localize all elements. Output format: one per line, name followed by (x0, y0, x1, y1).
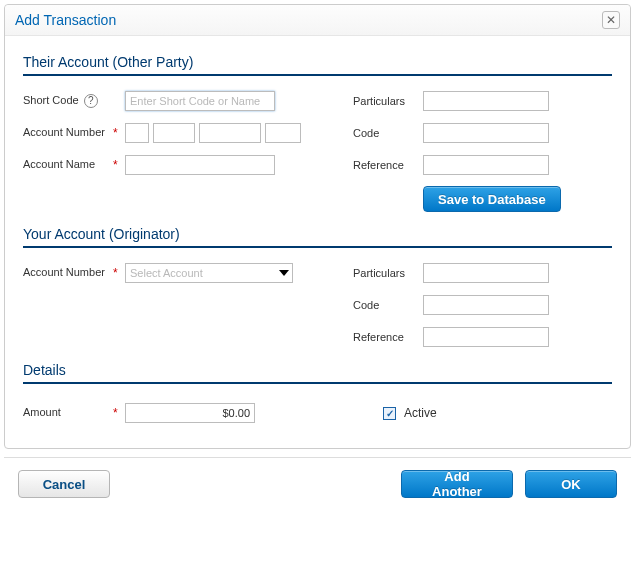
short-code-label: Short Code ? (23, 94, 113, 108)
their-account-seg-3[interactable] (199, 123, 261, 143)
required-marker: * (113, 266, 121, 280)
their-reference-input[interactable] (423, 155, 549, 175)
add-transaction-dialog: Add Transaction ✕ Their Account (Other P… (4, 4, 631, 449)
their-account-seg-1[interactable] (125, 123, 149, 143)
their-account-name-label: Account Name (23, 158, 113, 171)
their-code-input[interactable] (423, 123, 549, 143)
their-particulars-label: Particulars (353, 95, 423, 107)
required-marker: * (113, 126, 121, 140)
amount-label: Amount (23, 406, 113, 419)
chevron-down-icon (279, 270, 289, 276)
their-particulars-input[interactable] (423, 91, 549, 111)
amount-input[interactable] (125, 403, 255, 423)
help-icon[interactable]: ? (84, 94, 98, 108)
their-account-seg-2[interactable] (153, 123, 195, 143)
dialog-body: Their Account (Other Party) Short Code ?… (5, 36, 630, 448)
close-icon[interactable]: ✕ (602, 11, 620, 29)
section-their-account: Their Account (Other Party) (23, 54, 612, 76)
their-account-number-group (125, 123, 301, 143)
your-code-label: Code (353, 299, 423, 311)
cancel-button[interactable]: Cancel (18, 470, 110, 498)
your-reference-input[interactable] (423, 327, 549, 347)
short-code-input[interactable] (125, 91, 275, 111)
their-account-name-input[interactable] (125, 155, 275, 175)
your-reference-label: Reference (353, 331, 423, 343)
add-another-button[interactable]: Add Another (401, 470, 513, 498)
save-to-database-button[interactable]: Save to Database (423, 186, 561, 212)
required-marker: * (113, 406, 121, 420)
ok-button[interactable]: OK (525, 470, 617, 498)
their-account-number-label: Account Number (23, 126, 113, 139)
section-details: Details (23, 362, 612, 384)
their-account-seg-4[interactable] (265, 123, 301, 143)
active-checkbox[interactable]: ✓ (383, 407, 396, 420)
your-particulars-input[interactable] (423, 263, 549, 283)
dialog-header: Add Transaction ✕ (5, 5, 630, 36)
dialog-footer: Cancel Add Another OK (4, 457, 631, 502)
your-account-select-input[interactable] (125, 263, 293, 283)
active-label: Active (404, 406, 437, 420)
required-marker: * (113, 158, 121, 172)
their-code-label: Code (353, 127, 423, 139)
your-code-input[interactable] (423, 295, 549, 315)
their-reference-label: Reference (353, 159, 423, 171)
dialog-title: Add Transaction (15, 12, 116, 28)
your-particulars-label: Particulars (353, 267, 423, 279)
your-account-number-label: Account Number (23, 266, 113, 279)
section-your-account: Your Account (Originator) (23, 226, 612, 248)
your-account-select[interactable] (125, 263, 293, 283)
